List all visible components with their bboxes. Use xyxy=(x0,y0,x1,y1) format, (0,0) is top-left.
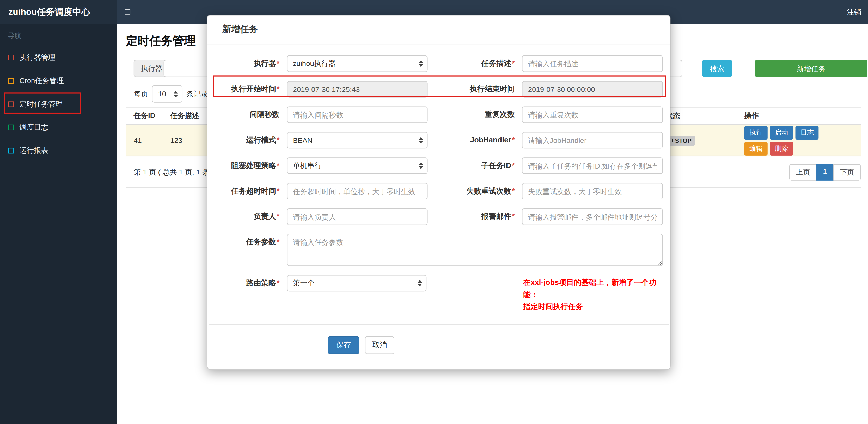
sidebar-item-label: 定时任务管理 xyxy=(19,99,63,109)
executor-select[interactable]: zuihou执行器 xyxy=(287,56,428,72)
select-arrows-icon xyxy=(174,91,178,97)
block-strategy-select-value: 单机串行 xyxy=(293,161,322,171)
add-task-button[interactable]: 新增任务 xyxy=(755,60,867,77)
square-icon xyxy=(8,148,14,153)
per-page-label: 每页 xyxy=(134,89,148,99)
fail-retry-label: 失败重试次数 xyxy=(428,183,522,199)
square-icon xyxy=(8,125,14,130)
fail-retry-input[interactable] xyxy=(522,183,662,199)
job-handler-input[interactable] xyxy=(522,132,662,149)
col-header-operations: 操作 xyxy=(744,111,861,121)
pagination-next-button[interactable]: 下页 xyxy=(833,164,861,181)
route-strategy-select[interactable]: 第一个 xyxy=(287,275,427,291)
owner-input[interactable] xyxy=(287,208,428,225)
modal-divider xyxy=(209,324,669,325)
modal-header: 新增任务 xyxy=(208,15,670,44)
search-button[interactable]: 搜索 xyxy=(702,60,732,77)
logout-link[interactable]: 注销 xyxy=(843,0,865,25)
child-job-id-label: 子任务ID xyxy=(428,157,522,174)
block-strategy-select[interactable]: 单机串行 xyxy=(287,157,428,174)
job-param-label: 任务参数 xyxy=(208,234,287,251)
sidebar-toggle-icon[interactable] xyxy=(125,9,130,15)
alarm-email-input[interactable] xyxy=(522,208,662,225)
executor-label: 执行器 xyxy=(208,56,287,72)
sidebar-item-label: 运行报表 xyxy=(19,146,48,156)
cell-status: STOP xyxy=(665,135,744,145)
add-task-modal: 新增任务 执行器 zuihou执行器 任务描述 执行开始时间 执行结束时间 间隔… xyxy=(207,15,671,369)
block-strategy-label: 阻塞处理策略 xyxy=(208,157,287,174)
cancel-button[interactable]: 取消 xyxy=(365,336,394,354)
status-text: STOP xyxy=(675,137,691,144)
sidebar: 导航 执行器管理 Cron任务管理 定时任务管理 调度日志 运行报表 xyxy=(0,25,117,424)
start-button[interactable]: 启动 xyxy=(770,126,793,139)
select-arrows-icon xyxy=(418,280,422,287)
route-strategy-select-value: 第一个 xyxy=(293,278,314,288)
sidebar-item-label: 执行器管理 xyxy=(19,53,55,63)
route-strategy-label: 路由策略 xyxy=(208,275,287,291)
run-mode-label: 运行模式 xyxy=(208,132,287,149)
modal-title: 新增任务 xyxy=(222,25,258,34)
run-mode-select[interactable]: BEAN xyxy=(287,132,428,149)
child-job-id-input[interactable] xyxy=(522,157,662,174)
sidebar-item-run-report[interactable]: 运行报表 xyxy=(0,139,117,162)
alarm-email-label: 报警邮件 xyxy=(428,208,522,225)
modal-body: 执行器 zuihou执行器 任务描述 执行开始时间 执行结束时间 间隔秒数 重复… xyxy=(208,44,670,354)
select-arrows-icon xyxy=(418,137,423,144)
interval-label: 间隔秒数 xyxy=(208,106,287,123)
sidebar-item-executor-manage[interactable]: 执行器管理 xyxy=(0,46,117,69)
square-icon xyxy=(8,78,14,84)
end-time-input[interactable] xyxy=(522,81,662,98)
interval-input[interactable] xyxy=(287,106,428,123)
sidebar-item-cron-task-manage[interactable]: Cron任务管理 xyxy=(0,69,117,93)
job-param-textarea[interactable] xyxy=(287,234,663,266)
app-brand: zuihou任务调度中心 xyxy=(0,0,117,25)
timeout-input[interactable] xyxy=(287,183,428,199)
sidebar-item-schedule-log[interactable]: 调度日志 xyxy=(0,116,117,139)
sidebar-item-label: 调度日志 xyxy=(19,122,48,132)
owner-label: 负责人 xyxy=(208,208,287,225)
sidebar-nav-label: 导航 xyxy=(0,25,117,46)
sidebar-item-timed-task-manage[interactable]: 定时任务管理 xyxy=(0,93,117,116)
task-desc-input[interactable] xyxy=(522,56,662,72)
col-header-status: 状态 xyxy=(665,111,744,121)
per-page-value: 10 xyxy=(158,90,166,98)
edit-button[interactable]: 编辑 xyxy=(744,142,768,156)
cell-task-id: 41 xyxy=(134,136,170,144)
modal-footer: 保存 取消 xyxy=(328,336,670,354)
app-viewport: zuihou任务调度中心 注销 导航 执行器管理 Cron任务管理 定时任务管理… xyxy=(0,0,868,424)
pagination-page-1-button[interactable]: 1 xyxy=(816,164,834,181)
feature-hint-line1: 在xxl-jobs项目的基础上，新增了一个功能： xyxy=(523,276,670,301)
executor-select-value: zuihou执行器 xyxy=(293,59,336,69)
pagination-prev-button[interactable]: 上页 xyxy=(789,164,817,181)
job-handler-label: JobHandler xyxy=(428,132,522,149)
sidebar-item-label: Cron任务管理 xyxy=(19,76,64,86)
repeat-count-input[interactable] xyxy=(522,106,662,123)
records-label: 条记录 xyxy=(186,89,208,99)
select-arrows-icon xyxy=(418,162,423,169)
feature-hint-text: 在xxl-jobs项目的基础上，新增了一个功能： 指定时间执行任务 xyxy=(523,276,670,313)
square-icon xyxy=(8,101,14,107)
per-page-select[interactable]: 10 xyxy=(152,86,183,103)
start-time-input[interactable] xyxy=(287,81,428,98)
save-button[interactable]: 保存 xyxy=(328,336,360,354)
log-button[interactable]: 日志 xyxy=(795,126,818,139)
execute-button[interactable]: 执行 xyxy=(744,126,768,139)
col-header-task-id: 任务ID xyxy=(134,111,170,121)
square-icon xyxy=(8,55,14,60)
delete-button[interactable]: 删除 xyxy=(770,142,793,156)
task-desc-label: 任务描述 xyxy=(428,56,522,72)
pagination: 上页 1 下页 xyxy=(789,164,861,181)
repeat-count-label: 重复次数 xyxy=(428,106,522,123)
run-mode-select-value: BEAN xyxy=(293,136,312,144)
cell-operations: 执行 启动 日志 编辑 删除 xyxy=(744,126,861,156)
end-time-label: 执行结束时间 xyxy=(428,81,522,98)
select-arrows-icon xyxy=(418,60,423,67)
start-time-label: 执行开始时间 xyxy=(208,81,287,98)
feature-hint-line2: 指定时间执行任务 xyxy=(523,301,670,313)
timeout-label: 任务超时时间 xyxy=(208,183,287,199)
